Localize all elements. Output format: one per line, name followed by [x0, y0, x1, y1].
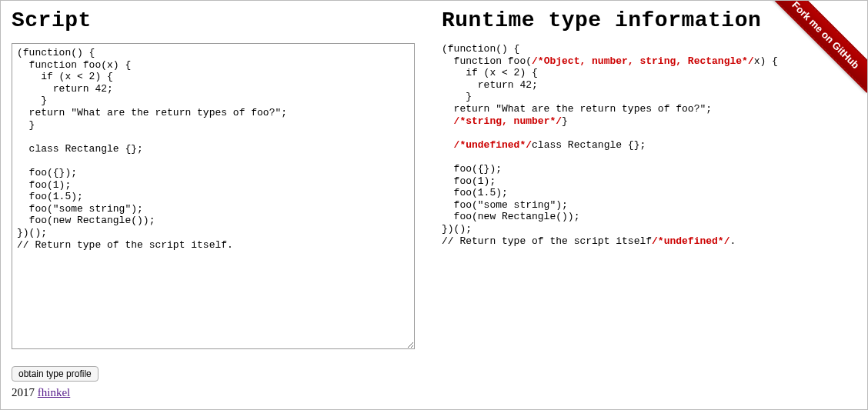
- footer-author-link[interactable]: fhinkel: [38, 386, 71, 398]
- script-heading: Script: [12, 8, 426, 32]
- code-text: class Rectangle {}; foo({}); foo(1); foo…: [442, 139, 652, 247]
- obtain-type-profile-button[interactable]: obtain type profile: [12, 366, 98, 382]
- github-ribbon-container: Fork me on GitHub: [760, 1, 867, 108]
- type-annotation: /*undefined*/: [652, 235, 729, 247]
- code-text: (function() { function foo(: [442, 43, 532, 67]
- fork-me-on-github-link[interactable]: Fork me on GitHub: [769, 1, 867, 92]
- type-annotation: /*string, number*/: [454, 115, 562, 127]
- footer: 2017 fhinkel: [1, 386, 867, 399]
- code-text: .: [729, 235, 736, 247]
- script-column: Script: [12, 8, 426, 352]
- footer-year: 2017: [12, 386, 35, 398]
- script-input[interactable]: [12, 43, 415, 349]
- type-annotation: /*Object, number, string, Rectangle*/: [532, 55, 754, 67]
- type-annotation: /*undefined*/: [454, 139, 532, 151]
